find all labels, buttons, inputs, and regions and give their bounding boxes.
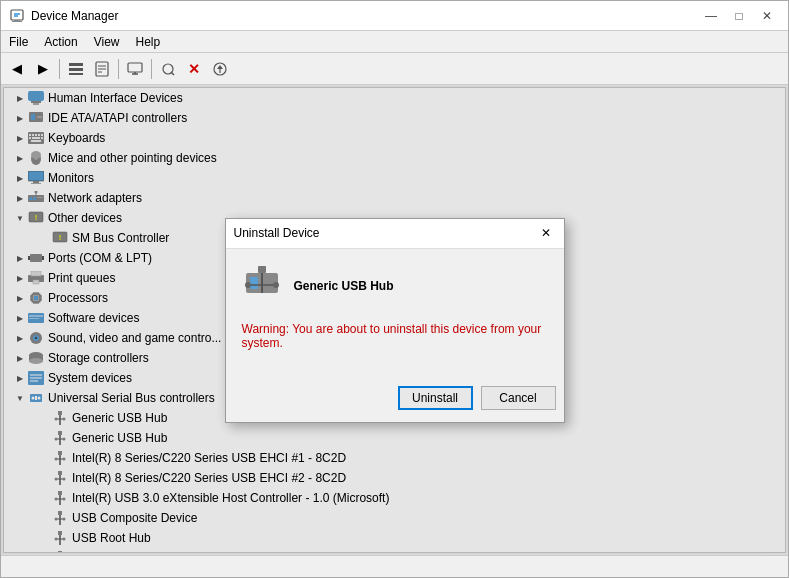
svg-rect-12	[128, 63, 142, 72]
minimize-button[interactable]: —	[698, 6, 724, 26]
toolbar-separator-1	[59, 59, 60, 79]
show-hide-button[interactable]	[64, 57, 88, 81]
dialog-device-row: Generic USB Hub	[242, 265, 548, 308]
cancel-button[interactable]: Cancel	[481, 386, 556, 410]
main-area: ▶ Human Interface Devices ▶ IDE ATA/ATAP…	[1, 85, 788, 555]
svg-marker-18	[217, 65, 223, 69]
svg-rect-2	[12, 21, 22, 22]
status-bar	[1, 555, 788, 577]
svg-point-139	[273, 282, 279, 288]
scan-button[interactable]	[156, 57, 180, 81]
menu-file[interactable]: File	[1, 33, 36, 51]
dialog-overlay: Uninstall Device ✕	[1, 85, 788, 555]
svg-rect-6	[69, 68, 83, 71]
title-bar: Device Manager — □ ✕	[1, 1, 788, 31]
toolbar-separator-2	[118, 59, 119, 79]
dialog-warning: Warning: You are about to uninstall this…	[242, 322, 548, 350]
update-button[interactable]	[208, 57, 232, 81]
svg-rect-140	[258, 266, 266, 273]
dialog-title-bar: Uninstall Device ✕	[226, 219, 564, 249]
toolbar: ◀ ▶	[1, 53, 788, 85]
window-controls: — □ ✕	[698, 6, 780, 26]
toolbar-separator-3	[151, 59, 152, 79]
forward-button[interactable]: ▶	[31, 57, 55, 81]
dialog-device-name: Generic USB Hub	[294, 279, 394, 293]
dialog-buttons: Uninstall Cancel	[226, 386, 564, 422]
uninstall-button[interactable]: ✕	[182, 57, 206, 81]
back-button[interactable]: ◀	[5, 57, 29, 81]
uninstall-device-dialog: Uninstall Device ✕	[225, 218, 565, 423]
dialog-title: Uninstall Device	[234, 226, 536, 240]
svg-rect-135	[250, 277, 258, 289]
close-button[interactable]: ✕	[754, 6, 780, 26]
svg-rect-0	[11, 10, 23, 20]
maximize-button[interactable]: □	[726, 6, 752, 26]
menu-view[interactable]: View	[86, 33, 128, 51]
uninstall-confirm-button[interactable]: Uninstall	[398, 386, 473, 410]
app-icon	[9, 8, 25, 24]
dialog-body: Generic USB Hub Warning: You are about t…	[226, 249, 564, 386]
menu-bar: File Action View Help	[1, 31, 788, 53]
dialog-close-button[interactable]: ✕	[536, 224, 556, 242]
svg-point-138	[245, 282, 251, 288]
svg-line-16	[171, 72, 174, 75]
svg-rect-7	[69, 73, 83, 75]
device-manager-window: Device Manager — □ ✕ File Action View He…	[0, 0, 789, 578]
properties-button[interactable]	[90, 57, 114, 81]
menu-help[interactable]: Help	[128, 33, 169, 51]
menu-action[interactable]: Action	[36, 33, 85, 51]
dialog-device-icon	[242, 265, 282, 308]
computer-button[interactable]	[123, 57, 147, 81]
window-title: Device Manager	[31, 9, 698, 23]
svg-rect-5	[69, 63, 83, 66]
